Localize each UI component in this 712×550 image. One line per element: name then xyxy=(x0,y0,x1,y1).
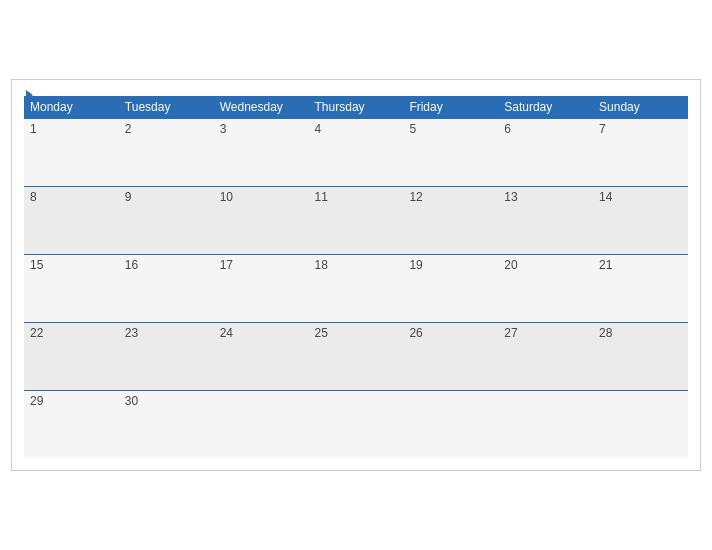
weekday-header-saturday: Saturday xyxy=(498,96,593,119)
day-number: 4 xyxy=(315,122,322,136)
day-number: 5 xyxy=(409,122,416,136)
calendar-cell: 7 xyxy=(593,118,688,186)
day-number: 13 xyxy=(504,190,517,204)
week-row-5: 2930 xyxy=(24,390,688,458)
calendar-cell: 19 xyxy=(403,254,498,322)
calendar-cell: 5 xyxy=(403,118,498,186)
calendar-cell: 29 xyxy=(24,390,119,458)
calendar-cell: 10 xyxy=(214,186,309,254)
calendar-cell: 26 xyxy=(403,322,498,390)
day-number: 29 xyxy=(30,394,43,408)
calendar-cell: 14 xyxy=(593,186,688,254)
calendar-cell: 22 xyxy=(24,322,119,390)
day-number: 3 xyxy=(220,122,227,136)
day-number: 19 xyxy=(409,258,422,272)
calendar-cell: 21 xyxy=(593,254,688,322)
day-number: 28 xyxy=(599,326,612,340)
calendar-cell xyxy=(214,390,309,458)
calendar-cell xyxy=(403,390,498,458)
calendar-cell: 30 xyxy=(119,390,214,458)
weekday-header-thursday: Thursday xyxy=(309,96,404,119)
calendar-cell: 12 xyxy=(403,186,498,254)
day-number: 2 xyxy=(125,122,132,136)
calendar-cell: 20 xyxy=(498,254,593,322)
brand-logo xyxy=(24,90,33,100)
day-number: 18 xyxy=(315,258,328,272)
weekday-header-monday: Monday xyxy=(24,96,119,119)
calendar-cell: 18 xyxy=(309,254,404,322)
calendar-cell xyxy=(309,390,404,458)
calendar-cell: 9 xyxy=(119,186,214,254)
brand-triangle-icon xyxy=(26,90,33,100)
day-number: 12 xyxy=(409,190,422,204)
day-number: 27 xyxy=(504,326,517,340)
day-number: 6 xyxy=(504,122,511,136)
weekday-header-tuesday: Tuesday xyxy=(119,96,214,119)
day-number: 26 xyxy=(409,326,422,340)
calendar-cell: 13 xyxy=(498,186,593,254)
day-number: 17 xyxy=(220,258,233,272)
calendar-cell: 4 xyxy=(309,118,404,186)
weekday-header-friday: Friday xyxy=(403,96,498,119)
day-number: 10 xyxy=(220,190,233,204)
calendar-cell: 27 xyxy=(498,322,593,390)
day-number: 14 xyxy=(599,190,612,204)
day-number: 23 xyxy=(125,326,138,340)
weekday-header-sunday: Sunday xyxy=(593,96,688,119)
day-number: 30 xyxy=(125,394,138,408)
calendar-cell: 8 xyxy=(24,186,119,254)
day-number: 24 xyxy=(220,326,233,340)
calendar-table: MondayTuesdayWednesdayThursdayFridaySatu… xyxy=(24,96,688,459)
day-number: 11 xyxy=(315,190,328,204)
calendar-cell: 11 xyxy=(309,186,404,254)
calendar-cell: 1 xyxy=(24,118,119,186)
calendar-cell xyxy=(498,390,593,458)
weekday-header-wednesday: Wednesday xyxy=(214,96,309,119)
day-number: 15 xyxy=(30,258,43,272)
day-number: 21 xyxy=(599,258,612,272)
calendar-cell: 6 xyxy=(498,118,593,186)
calendar-cell: 25 xyxy=(309,322,404,390)
day-number: 25 xyxy=(315,326,328,340)
week-row-4: 22232425262728 xyxy=(24,322,688,390)
day-number: 1 xyxy=(30,122,37,136)
week-row-1: 1234567 xyxy=(24,118,688,186)
calendar-cell: 17 xyxy=(214,254,309,322)
day-number: 7 xyxy=(599,122,606,136)
day-number: 22 xyxy=(30,326,43,340)
calendar-cell: 16 xyxy=(119,254,214,322)
calendar-cell: 24 xyxy=(214,322,309,390)
day-number: 9 xyxy=(125,190,132,204)
brand-blue-text xyxy=(24,90,33,100)
calendar-cell xyxy=(593,390,688,458)
calendar-cell: 3 xyxy=(214,118,309,186)
day-number: 8 xyxy=(30,190,37,204)
day-number: 16 xyxy=(125,258,138,272)
week-row-3: 15161718192021 xyxy=(24,254,688,322)
calendar-cell: 28 xyxy=(593,322,688,390)
day-number: 20 xyxy=(504,258,517,272)
weekday-header-row: MondayTuesdayWednesdayThursdayFridaySatu… xyxy=(24,96,688,119)
calendar-cell: 15 xyxy=(24,254,119,322)
week-row-2: 891011121314 xyxy=(24,186,688,254)
calendar-cell: 23 xyxy=(119,322,214,390)
calendar-cell: 2 xyxy=(119,118,214,186)
calendar: MondayTuesdayWednesdayThursdayFridaySatu… xyxy=(11,79,701,472)
